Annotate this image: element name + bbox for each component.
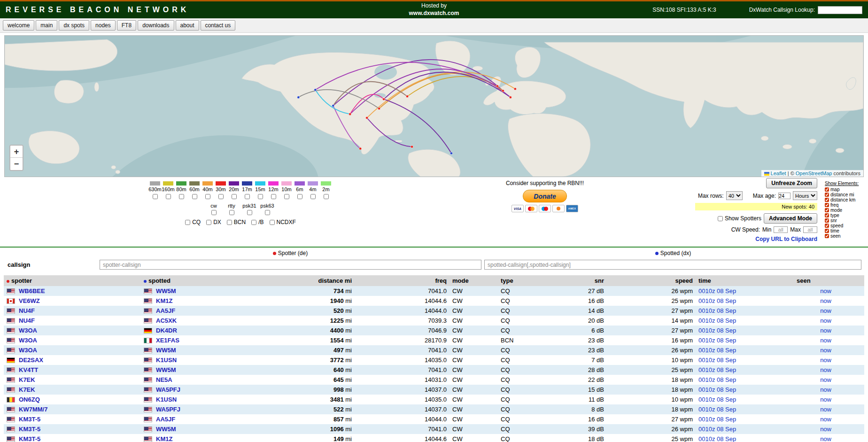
col-header-time[interactable]: time bbox=[696, 275, 794, 286]
spotter-callsign-link[interactable]: K7EK bbox=[19, 376, 35, 383]
spotter-marker[interactable] bbox=[406, 95, 408, 98]
band-checkbox-40m[interactable] bbox=[205, 194, 210, 199]
spotted-callsign-link[interactable]: AA5JF bbox=[156, 416, 175, 423]
spotted-callsign-link[interactable]: AA5JF bbox=[156, 307, 175, 314]
spotted-callsign-link[interactable]: K1USN bbox=[156, 396, 177, 403]
band-checkbox-4m[interactable] bbox=[310, 194, 316, 199]
band-checkbox-17m[interactable] bbox=[245, 194, 250, 199]
show-element-checkbox-freq[interactable] bbox=[825, 203, 829, 207]
spotted-marker[interactable] bbox=[297, 96, 300, 99]
leaflet-link[interactable]: Leaflet bbox=[771, 171, 786, 176]
spotted-callsign-link[interactable]: KM1Z bbox=[156, 297, 172, 304]
seen-link[interactable]: now bbox=[820, 317, 831, 324]
col-header-mode[interactable]: mode bbox=[450, 275, 498, 286]
col-header-seen[interactable]: seen bbox=[794, 275, 864, 286]
col-header-type[interactable]: type bbox=[498, 275, 559, 286]
type-checkbox-DX[interactable] bbox=[206, 220, 211, 225]
cw-speed-min-input[interactable] bbox=[774, 226, 788, 233]
seen-link[interactable]: now bbox=[820, 366, 831, 373]
show-element-checkbox-time[interactable] bbox=[825, 229, 829, 233]
spot-time-link[interactable]: 0010z 08 Sep bbox=[698, 435, 736, 442]
nav-tab-dx-spots[interactable]: dx spots bbox=[59, 20, 89, 31]
band-checkbox-15m[interactable] bbox=[258, 194, 263, 199]
spotter-callsign-link[interactable]: KM3T-5 bbox=[19, 416, 40, 423]
seen-link[interactable]: now bbox=[820, 337, 831, 344]
spotted-marker[interactable] bbox=[332, 104, 334, 107]
zoom-out-button[interactable]: − bbox=[10, 158, 23, 170]
band-checkbox-6m[interactable] bbox=[297, 194, 302, 199]
spotter-callsign-link[interactable]: DE2SAX bbox=[19, 357, 43, 364]
seen-link[interactable]: now bbox=[820, 435, 831, 442]
type-filter-DX[interactable]: DX bbox=[206, 219, 221, 225]
nav-tab-about[interactable]: about bbox=[176, 20, 199, 31]
spotter-marker[interactable] bbox=[514, 88, 516, 90]
seen-link[interactable]: now bbox=[820, 406, 831, 413]
spot-time-link[interactable]: 0010z 08 Sep bbox=[698, 376, 736, 383]
spotter-callsign-link[interactable]: K7EK bbox=[19, 386, 35, 393]
max-age-unit-select[interactable]: Hours bbox=[793, 191, 817, 200]
seen-link[interactable]: now bbox=[820, 376, 831, 383]
show-element-checkbox-mode[interactable] bbox=[825, 208, 829, 212]
spot-time-link[interactable]: 0010z 08 Sep bbox=[698, 406, 736, 413]
dxwatch-link[interactable]: www.dxwatch.com bbox=[409, 10, 459, 17]
spotter-callsign-link[interactable]: KV4TT bbox=[19, 366, 38, 373]
type-checkbox-B[interactable] bbox=[251, 220, 256, 225]
show-element-checkbox-map[interactable] bbox=[825, 187, 829, 192]
spotter-marker[interactable] bbox=[383, 98, 385, 101]
spotter-marker[interactable] bbox=[359, 147, 362, 150]
spot-time-link[interactable]: 0010z 08 Sep bbox=[698, 307, 736, 314]
seen-link[interactable]: now bbox=[820, 307, 831, 314]
nav-tab-downloads[interactable]: downloads bbox=[138, 20, 174, 31]
zoom-in-button[interactable]: + bbox=[10, 146, 23, 158]
spot-time-link[interactable]: 0010z 08 Sep bbox=[698, 287, 736, 295]
spotter-callsign-link[interactable]: NU4F bbox=[19, 307, 35, 314]
seen-link[interactable]: now bbox=[820, 287, 831, 295]
spot-time-link[interactable]: 0010z 08 Sep bbox=[698, 357, 736, 364]
band-checkbox-30m[interactable] bbox=[218, 194, 224, 199]
spotted-callsign-link[interactable]: WA5PFJ bbox=[156, 386, 180, 393]
col-header-speed[interactable]: speed bbox=[607, 275, 696, 286]
seen-link[interactable]: now bbox=[820, 297, 831, 304]
spotted-callsign-link[interactable]: WW5M bbox=[156, 366, 176, 373]
max-age-input[interactable] bbox=[778, 193, 790, 199]
callsign-lookup-input[interactable] bbox=[818, 6, 862, 14]
spotter-callsign-link[interactable]: KW7MM/7 bbox=[19, 406, 47, 413]
col-header-distance[interactable]: distance mi bbox=[265, 275, 355, 286]
mode-checkbox-psk63[interactable] bbox=[265, 210, 270, 215]
seen-link[interactable]: now bbox=[820, 357, 831, 364]
mode-checkbox-rtty[interactable] bbox=[229, 210, 234, 215]
spotter-callsign-link[interactable]: KM3T-5 bbox=[19, 426, 40, 433]
spotted-callsign-link[interactable]: KM1Z bbox=[156, 435, 172, 442]
mode-checkbox-cw[interactable] bbox=[211, 210, 217, 215]
band-checkbox-160m[interactable] bbox=[166, 194, 171, 199]
band-checkbox-60m[interactable] bbox=[192, 194, 197, 199]
band-checkbox-2m[interactable] bbox=[324, 194, 329, 199]
spot-time-link[interactable]: 0010z 08 Sep bbox=[698, 327, 736, 334]
col-header-spotter[interactable]: spotter bbox=[4, 275, 141, 286]
max-rows-select[interactable]: 40 bbox=[726, 191, 743, 200]
osm-link[interactable]: OpenStreetMap bbox=[796, 171, 832, 176]
spotter-marker[interactable] bbox=[349, 113, 351, 115]
nav-tab-contact-us[interactable]: contact us bbox=[201, 20, 236, 31]
spot-time-link[interactable]: 0010z 08 Sep bbox=[698, 416, 736, 423]
band-checkbox-12m[interactable] bbox=[271, 194, 276, 199]
spotter-callsign-link[interactable]: W3OA bbox=[19, 337, 37, 344]
spotter-callsign-link[interactable]: WB6BEE bbox=[19, 287, 45, 295]
type-checkbox-CQ[interactable] bbox=[185, 220, 190, 225]
seen-link[interactable]: now bbox=[820, 327, 831, 334]
band-checkbox-630m[interactable] bbox=[153, 194, 158, 199]
show-element-checkbox-snr[interactable] bbox=[825, 218, 829, 223]
cw-speed-max-input[interactable] bbox=[803, 226, 817, 233]
band-checkbox-80m[interactable] bbox=[179, 194, 184, 199]
spotter-marker[interactable] bbox=[509, 96, 512, 99]
type-filter-B[interactable]: /B bbox=[251, 219, 264, 225]
spotter-callsign-link[interactable]: NU4F bbox=[19, 317, 35, 324]
spot-time-link[interactable]: 0010z 08 Sep bbox=[698, 337, 736, 344]
type-checkbox-NCDXF[interactable] bbox=[270, 220, 275, 225]
spot-time-link[interactable]: 0010z 08 Sep bbox=[698, 426, 736, 433]
spotted-callsign-link[interactable]: WA5PFJ bbox=[156, 406, 180, 413]
seen-link[interactable]: now bbox=[820, 386, 831, 393]
col-header-freq[interactable]: freq bbox=[355, 275, 450, 286]
nav-tab-main[interactable]: main bbox=[36, 20, 57, 31]
spotted-callsign-link[interactable]: NE5A bbox=[156, 376, 172, 383]
